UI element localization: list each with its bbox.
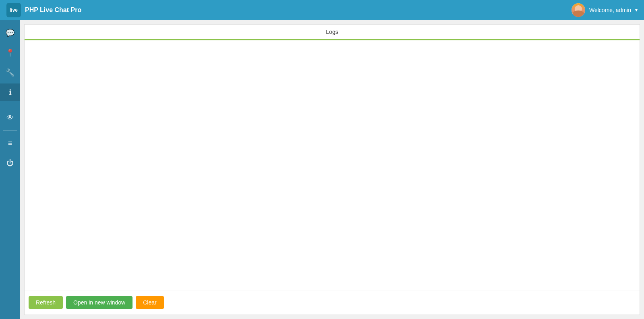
avatar xyxy=(572,3,585,17)
sidebar-divider xyxy=(3,105,17,105)
panel-title: Logs xyxy=(326,29,338,35)
refresh-button[interactable]: Refresh xyxy=(29,296,63,309)
location-icon: 📍 xyxy=(6,48,14,57)
panel-header: Logs xyxy=(25,25,640,40)
sidebar-divider-2 xyxy=(3,130,17,131)
sidebar-item-chat[interactable]: 💬 xyxy=(0,24,20,42)
logs-panel: Logs Refresh Open in new window Clear xyxy=(24,24,640,315)
sidebar: 💬 📍 🔧 ℹ 👁 ≡ ⏻ xyxy=(0,20,20,319)
user-menu-dropdown-icon: ▾ xyxy=(635,7,638,13)
app-header: live PHP Live Chat Pro Welcome, admin ▾ xyxy=(0,0,644,20)
panel-body xyxy=(25,40,640,290)
clear-button[interactable]: Clear xyxy=(136,296,164,309)
app-title: PHP Live Chat Pro xyxy=(25,6,81,14)
sidebar-item-power[interactable]: ⏻ xyxy=(0,154,20,172)
main-layout: 💬 📍 🔧 ℹ 👁 ≡ ⏻ Logs Ref xyxy=(0,20,644,319)
sidebar-item-location[interactable]: 📍 xyxy=(0,44,20,62)
sidebar-item-info[interactable]: ℹ xyxy=(0,83,20,101)
sidebar-item-list[interactable]: ≡ xyxy=(0,134,20,152)
open-new-window-button[interactable]: Open in new window xyxy=(66,296,133,309)
wrench-icon: 🔧 xyxy=(6,68,14,77)
power-icon: ⏻ xyxy=(6,159,14,167)
eye-icon: 👁 xyxy=(6,114,14,122)
app-logo: live xyxy=(6,3,21,17)
content-area: Logs Refresh Open in new window Clear xyxy=(20,20,644,319)
info-icon: ℹ xyxy=(9,88,12,97)
list-icon: ≡ xyxy=(8,139,12,148)
header-left: live PHP Live Chat Pro xyxy=(6,3,81,17)
welcome-text: Welcome, admin xyxy=(589,7,631,13)
sidebar-item-wrench[interactable]: 🔧 xyxy=(0,64,20,81)
sidebar-item-eye[interactable]: 👁 xyxy=(0,109,20,127)
user-menu[interactable]: Welcome, admin ▾ xyxy=(572,3,638,17)
panel-footer: Refresh Open in new window Clear xyxy=(25,290,640,315)
chat-icon: 💬 xyxy=(6,29,14,38)
